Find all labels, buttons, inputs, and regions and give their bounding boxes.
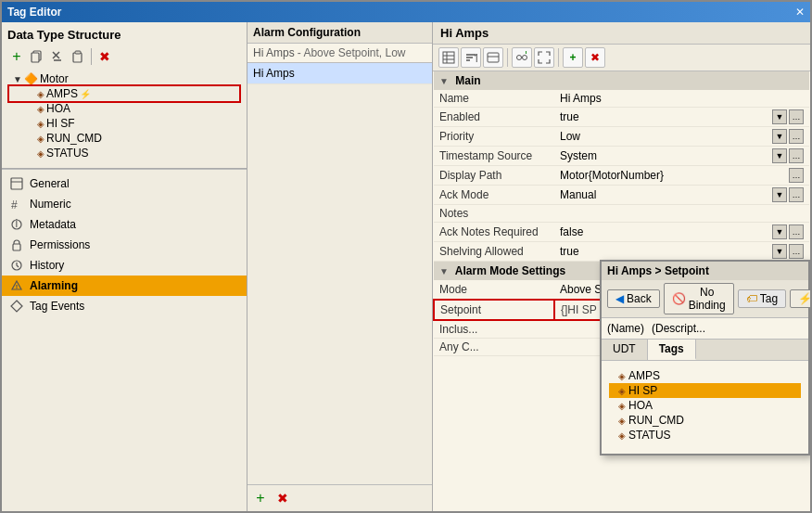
table-view-button[interactable]	[438, 47, 459, 68]
expand-button[interactable]	[534, 47, 554, 68]
ack-mode-dropdown[interactable]: ▼	[772, 187, 787, 202]
tag-icon-amps: ◈	[37, 89, 44, 99]
alarm-delete-button[interactable]: ✖	[273, 489, 292, 507]
nav-item-metadata[interactable]: i Metadata	[2, 214, 247, 235]
enabled-dropdown[interactable]: ▼	[772, 109, 787, 124]
nav-item-alarming[interactable]: Alarming	[2, 276, 247, 296]
add-button[interactable]: +	[7, 47, 26, 66]
popup-form-name-label: (Name)	[607, 322, 644, 335]
alarm-config-header: Alarm Configuration	[247, 22, 432, 44]
section-toggle-alarm-mode[interactable]: ▼	[439, 266, 449, 276]
delete-alarm-button[interactable]: ✖	[585, 47, 605, 68]
popup-tree-item-amps[interactable]: ◈ AMPS	[609, 368, 801, 383]
priority-btn[interactable]: …	[789, 129, 804, 144]
toolbar-sep-1	[507, 48, 508, 67]
setpoint-binding-popup: Hi Amps > Setpoint ◀ Back 🚫 No Binding 🏷…	[600, 260, 810, 455]
svg-rect-17	[443, 52, 454, 63]
prop-value-timestamp-source: System ▼ …	[554, 147, 809, 166]
display-path-btn[interactable]: …	[789, 168, 804, 183]
ack-mode-btn[interactable]: …	[789, 187, 804, 202]
shelving-btn[interactable]: …	[789, 244, 804, 259]
tree-item-status[interactable]: ▶ ◈ STATUS	[9, 146, 239, 160]
tree-item-runcmd[interactable]: ▶ ◈ RUN_CMD	[9, 131, 239, 146]
expression-icon: ⚡	[798, 292, 810, 305]
sort-button[interactable]: ⇅	[461, 47, 481, 68]
svg-rect-1	[32, 53, 39, 62]
tag-editor-window: Tag Editor ✕ Data Type Structure +	[0, 0, 812, 513]
enabled-btn[interactable]: …	[789, 109, 804, 124]
popup-tag-icon-hisp: ◈	[618, 386, 626, 396]
popup-tree-label-runcmd: RUN_CMD	[628, 414, 684, 427]
tag-events-icon	[9, 299, 24, 314]
tree-item-hisf[interactable]: ▶ ◈ HI SF	[9, 116, 239, 131]
ack-notes-dropdown[interactable]: ▼	[772, 224, 787, 239]
add-binding-button[interactable]: +	[512, 47, 532, 68]
tree-label-hoa: HOA	[46, 102, 70, 115]
metadata-icon: i	[9, 217, 24, 232]
alarm-add-button[interactable]: +	[251, 489, 270, 507]
prop-value-enabled: true ▼ …	[554, 108, 809, 127]
delete-button[interactable]: ✖	[95, 47, 114, 66]
numeric-icon: #	[9, 197, 24, 212]
svg-rect-6	[75, 51, 81, 54]
nav-item-numeric[interactable]: # Numeric	[2, 194, 247, 214]
nav-label-tag-events: Tag Events	[30, 300, 84, 313]
display-button[interactable]	[483, 47, 503, 68]
tab-tags[interactable]: Tags	[648, 340, 696, 360]
tag-btn-icon: 🏷	[746, 292, 757, 305]
tag-button[interactable]: 🏷 Tag	[738, 289, 786, 308]
prop-row-shelving-allowed: Shelving Allowed true ▼ …	[434, 242, 809, 262]
back-button[interactable]: ◀ Back	[607, 289, 660, 308]
paste-button[interactable]	[69, 47, 87, 66]
history-icon	[9, 258, 24, 273]
copy-button[interactable]	[28, 47, 46, 66]
tree-item-motor[interactable]: ▼ 🔶 Motor	[9, 71, 239, 86]
popup-tree-item-hoa[interactable]: ◈ HOA	[609, 398, 801, 413]
tag-icon-status: ◈	[37, 148, 44, 159]
prop-row-priority: Priority Low ▼ …	[434, 127, 809, 147]
prop-label-setpoint: Setpoint	[434, 300, 554, 320]
popup-tree-item-status[interactable]: ◈ STATUS	[609, 428, 801, 442]
no-binding-button[interactable]: 🚫 No Binding	[664, 283, 734, 314]
popup-tree: ◈ AMPS ◈ HI SP ◈ HOA	[605, 365, 805, 446]
prop-row-enabled: Enabled true ▼ …	[434, 108, 809, 127]
prop-value-ack-mode: Manual ▼ …	[554, 186, 809, 205]
svg-text:+: +	[523, 51, 528, 58]
timestamp-btn[interactable]: …	[789, 148, 804, 163]
tree-item-amps[interactable]: ▶ ◈ AMPS ⚡	[9, 86, 239, 101]
prop-label-ack-notes-required: Ack Notes Required	[434, 223, 554, 242]
section-toggle-main[interactable]: ▼	[439, 76, 449, 86]
back-icon: ◀	[615, 292, 624, 305]
expression-button[interactable]: ⚡ Expression	[790, 289, 810, 308]
nav-item-tag-events[interactable]: Tag Events	[2, 296, 247, 316]
cut-button[interactable]	[48, 47, 67, 66]
ack-notes-btn[interactable]: …	[789, 224, 804, 239]
tree-label-runcmd: RUN_CMD	[46, 132, 102, 145]
timestamp-dropdown[interactable]: ▼	[772, 148, 787, 163]
popup-tree-item-hisp[interactable]: ◈ HI SP	[609, 383, 801, 398]
add-alarm-button[interactable]: +	[563, 47, 583, 68]
close-button[interactable]: ✕	[795, 6, 805, 19]
svg-text:i: i	[16, 218, 19, 230]
tree-item-hoa[interactable]: ▶ ◈ HOA	[9, 101, 239, 116]
svg-text:#: #	[11, 199, 18, 211]
popup-tree-item-runcmd[interactable]: ◈ RUN_CMD	[609, 413, 801, 428]
tag-icon-runcmd: ◈	[37, 134, 44, 144]
prop-row-timestamp-source: Timestamp Source System ▼ …	[434, 147, 809, 166]
prop-value-priority: Low ▼ …	[554, 127, 809, 147]
shelving-dropdown[interactable]: ▼	[772, 244, 787, 259]
toolbar-separator	[91, 48, 92, 65]
nav-item-history[interactable]: History	[2, 255, 247, 276]
tab-udt[interactable]: UDT	[602, 340, 648, 360]
priority-dropdown[interactable]: ▼	[772, 129, 787, 144]
prop-row-ack-notes-required: Ack Notes Required false ▼ …	[434, 223, 809, 242]
tree-toggle-motor[interactable]: ▼	[11, 74, 24, 84]
prop-row-notes: Notes	[434, 205, 809, 223]
nav-item-general[interactable]: General	[2, 173, 247, 194]
nav-item-permissions[interactable]: Permissions	[2, 235, 247, 255]
svg-marker-16	[11, 301, 22, 312]
tree-toggle-runcmd: ▶	[24, 134, 37, 144]
prop-label-display-path: Display Path	[434, 166, 554, 186]
alarm-item-hi-amps[interactable]: Hi Amps	[247, 63, 432, 84]
nav-label-metadata: Metadata	[30, 218, 76, 231]
